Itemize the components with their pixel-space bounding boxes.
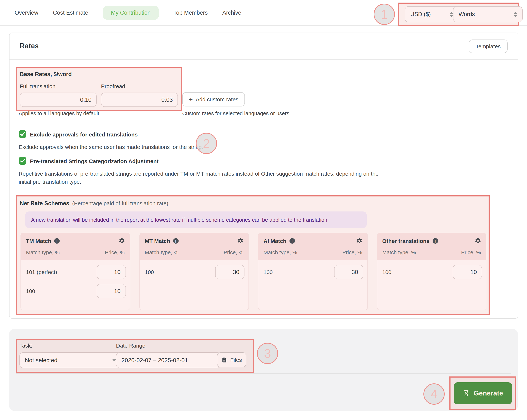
exclude-approvals-description: Exclude approvals when the same user has… [19,143,203,151]
match-row: 100 [382,265,482,279]
files-button-label: Files [230,357,242,363]
annotation-circle-4: 4 [423,383,445,405]
date-range-input[interactable]: 2020-02-07 – 2025-02-01 [116,352,221,368]
match-type-column-label: Match type, % [145,249,178,255]
match-type-value: 100 [264,269,273,275]
check-icon [20,131,25,137]
pretranslated-adjustment-description: Repetitive translations of pre-translate… [19,170,385,185]
footer-divider [16,373,511,374]
highlight-box-base-rates: Base Rates, $/word Full translation Proo… [16,67,182,111]
net-rate-schemes-title: Net Rate Schemes [20,200,69,207]
match-type-value: 100 [26,288,35,294]
annotation-circle-2: 2 [196,133,217,154]
match-row: 101 (perfect) [26,265,126,279]
full-translation-rate-input[interactable] [20,93,97,107]
plus-icon: + [189,96,193,103]
tab-archive[interactable]: Archive [222,9,241,16]
exclude-approvals-checkbox[interactable] [19,130,26,138]
other-translations-card: Other translations i Match type, % Price… [377,233,486,310]
gear-icon[interactable] [356,237,362,246]
tm-match-card: TM Match i Match type, % Price, % 101 (p… [21,233,130,310]
generate-button[interactable]: Generate [454,382,512,404]
tab-top-members[interactable]: Top Members [173,9,208,16]
price-column-label: Price, % [224,249,243,255]
match-type-value: 101 (perfect) [26,269,57,275]
full-translation-label: Full translation [20,83,55,89]
mt-match-card-header: MT Match i Match type, % Price, % [140,233,249,260]
highlight-box-selectors: USD ($) Words [398,2,519,26]
highlight-box-generate: Generate [450,377,516,410]
annotation-circle-3: 3 [257,343,278,364]
info-icon[interactable]: i [432,238,438,244]
info-icon[interactable]: i [54,238,60,244]
base-rates-note: Applies to all languages by default [19,110,99,116]
gear-icon[interactable] [475,237,481,246]
generate-report-panel: Task: Date Range: Not selected 2020-02-0… [9,329,518,411]
match-row: 100 [264,265,363,279]
net-rate-schemes-subtitle: (Percentage paid of full translation rat… [72,200,168,206]
custom-rates-note: Custom rates for selected languages or u… [182,110,289,116]
ai-match-card: AI Match i Match type, % Price, % 100 [258,233,368,310]
other-translations-title: Other translations [382,238,429,244]
report-tabs: Overview Cost Estimate My Contribution T… [15,0,241,25]
task-select-value: Not selected [25,357,57,364]
proofread-rate-input[interactable] [101,93,178,107]
price-input[interactable] [453,265,482,279]
units-select-value: Words [459,11,475,18]
exclude-approvals-label: Exclude approvals for edited translation… [30,131,138,138]
rates-card: Rates Templates Base Rates, $/word Full … [9,32,518,319]
tm-match-card-header: TM Match i Match type, % Price, % [21,233,130,260]
date-range-value: 2020-02-07 – 2025-02-01 [121,357,188,364]
tab-cost-estimate[interactable]: Cost Estimate [53,9,88,16]
ai-match-title: AI Match [264,238,286,244]
match-row: 100 [145,265,244,279]
currency-select-value: USD ($) [410,11,431,18]
highlight-box-net-rate-schemes: Net Rate Schemes (Percentage paid of ful… [16,195,490,315]
task-label: Task: [19,343,32,349]
gear-icon[interactable] [237,237,244,246]
check-icon [20,158,25,163]
date-range-label: Date Range: [116,343,147,349]
info-icon[interactable]: i [173,238,178,244]
gear-icon[interactable] [118,237,125,246]
add-custom-rates-button[interactable]: + Add custom rates [182,92,245,107]
price-input[interactable] [97,284,126,298]
annotation-circle-1: 1 [374,4,395,25]
updown-arrows-icon [450,11,453,17]
units-select[interactable]: Words [453,6,523,22]
files-button[interactable]: Files [217,352,246,367]
rates-title: Rates [20,42,39,50]
price-column-label: Price, % [105,249,125,255]
match-type-value: 100 [145,269,154,275]
match-type-column-label: Match type, % [382,249,416,255]
net-rate-schemes-heading: Net Rate Schemes (Percentage paid of ful… [20,200,168,207]
price-column-label: Price, % [461,249,481,255]
price-input[interactable] [215,265,244,279]
pretranslated-adjustment-checkbox[interactable] [19,157,26,165]
report-page: Overview Cost Estimate My Contribution T… [0,0,527,420]
file-icon [221,357,227,363]
match-row: 100 [26,284,126,298]
mt-match-title: MT Match [145,238,170,244]
match-type-column-label: Match type, % [264,249,297,255]
highlight-box-task-daterange: Task: Date Range: Not selected 2020-02-0… [16,339,254,373]
match-type-value: 100 [382,269,391,275]
hourglass-icon [463,390,470,397]
info-icon[interactable]: i [289,238,295,244]
tab-overview[interactable]: Overview [15,9,38,16]
currency-select[interactable]: USD ($) [405,6,459,22]
caret-down-icon [112,359,116,361]
pretranslated-adjustment-label: Pre-translated Strings Categorization Ad… [30,158,158,164]
tab-my-contribution[interactable]: My Contribution [103,6,159,20]
mt-match-card: MT Match i Match type, % Price, % 100 [139,233,249,310]
updown-arrows-icon [514,11,517,17]
match-type-column-label: Match type, % [26,249,60,255]
rates-card-header: Rates Templates [10,33,518,60]
task-select[interactable]: Not selected [19,352,121,368]
price-column-label: Price, % [342,249,362,255]
generate-button-label: Generate [474,389,503,397]
templates-button[interactable]: Templates [469,39,508,53]
match-cards-row: TM Match i Match type, % Price, % 101 (p… [21,233,486,310]
price-input[interactable] [334,265,363,279]
price-input[interactable] [97,265,126,279]
